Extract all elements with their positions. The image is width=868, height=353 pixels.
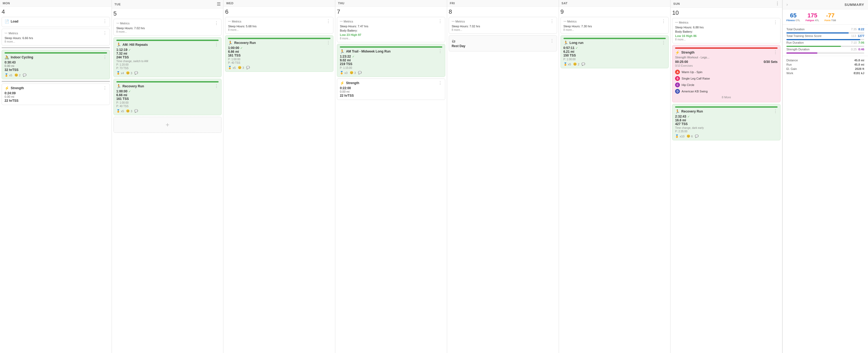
- fri-metrics-menu[interactable]: ⋮: [550, 19, 554, 24]
- sun-emojis: 😊 6: [687, 135, 693, 138]
- wed-recovery-menu[interactable]: ⋮: [326, 41, 331, 45]
- comment-icon-s: 💬: [582, 62, 585, 66]
- mon-strength-dist: 0.00 mi: [4, 95, 107, 98]
- run-icon-wed: 🏃: [228, 41, 232, 45]
- sun-more-exercises[interactable]: 8 More: [675, 94, 778, 100]
- sat-number: 9: [561, 8, 669, 15]
- wed-more[interactable]: 8 more...: [228, 28, 331, 31]
- tue-hill-dist: 7.32 mi: [116, 52, 219, 55]
- thu-sleep: Sleep Hours: 7.47 hrs: [340, 25, 442, 28]
- tue-burger[interactable]: ☰: [217, 2, 221, 7]
- mon-cycling-dist: 0.00 mi: [4, 64, 107, 67]
- mon-metrics-menu[interactable]: ⋮: [103, 31, 107, 35]
- mon-cycling-menu[interactable]: ⋮: [103, 55, 107, 59]
- wed-header: WED: [223, 0, 335, 7]
- sat-likes: 🏅 x5: [563, 62, 571, 66]
- strength-icon-sun: ⚡: [675, 50, 680, 55]
- tue-hill-menu[interactable]: ⋮: [214, 42, 219, 47]
- sun-menu[interactable]: ⋮: [775, 2, 780, 6]
- wed-recovery-dist: 6.66 mi: [228, 50, 331, 54]
- sun-exercise-list: A Warm Up - Spin B Single Leg Calf Raise…: [675, 69, 778, 94]
- form-label: Form TSB: [825, 19, 836, 22]
- sat-abbr: SAT: [562, 2, 568, 5]
- sat-metrics: 〰 Metrics ⋮ Sleep Hours: 7.30 hrs 8 more…: [561, 17, 669, 34]
- sun-recovery-menu[interactable]: ⋮: [773, 109, 778, 114]
- strength-icon-thu: ⚡: [340, 81, 344, 85]
- mon-strength-title: Strength: [11, 86, 24, 90]
- fri-more[interactable]: 8 more...: [452, 28, 554, 31]
- thu-trail-time: 1:23:22: [340, 55, 351, 58]
- sun-strength-bar: [675, 48, 778, 49]
- sun-metrics-menu[interactable]: ⋮: [773, 20, 778, 25]
- comment-icon: 💬: [23, 73, 27, 77]
- sun-header: SUN ⋮: [671, 0, 782, 8]
- thu-battery-label: Body Battery:: [340, 29, 442, 32]
- sat-more[interactable]: 8 more...: [563, 28, 666, 31]
- sun-recovery-title: Recovery Run: [681, 110, 703, 113]
- sat-longrun-dist: 6.21 mi: [563, 50, 666, 54]
- tue-add-card[interactable]: +: [114, 117, 222, 133]
- tue-hill-tss: 244 TSS: [116, 55, 219, 59]
- sun-strength-menu[interactable]: ⋮: [773, 50, 778, 55]
- mon-cycling-card: 🚴 Indoor Cycling ⋮ 0:30:43 0.00 mi 32 hr…: [2, 50, 110, 79]
- fri-header: FRI: [447, 0, 559, 7]
- mon-strength-menu[interactable]: ⋮: [103, 86, 107, 90]
- tue-recovery-footer: 🏅 x5 😊 3 💬: [116, 109, 219, 113]
- wed-recovery-planned: P: 1:00:00: [228, 58, 331, 61]
- detail-elgain-val: 2028 ft: [855, 67, 864, 70]
- tue-recovery-ptss: P: 40 TSS: [116, 105, 219, 108]
- wed-metrics-menu[interactable]: ⋮: [326, 19, 331, 24]
- wed-metrics: 〰 Metrics ⋮ Sleep Hours: 5.68 hrs 8 more…: [225, 17, 333, 34]
- sun-strength-sets: 0/30 Sets: [764, 60, 778, 64]
- mon-cycling-footer: 🏅 x5 😊 2 💬: [4, 73, 107, 77]
- plus-icon: +: [166, 121, 169, 128]
- sat-emojis: 😊 2: [573, 62, 579, 66]
- load-card: 📄 Load ⋮: [2, 17, 110, 27]
- exercise-name-a: Warm Up - Spin: [682, 70, 702, 73]
- wed-sleep: Sleep Hours: 5.68 hrs: [228, 25, 331, 28]
- mon-cycling-duration: 0:30:43: [4, 61, 107, 64]
- detail-distance: Distance 45.8 mi: [786, 58, 864, 62]
- form-value: -77: [825, 12, 836, 19]
- tue-sleep: Sleep Hours: 7.02 hrs: [116, 27, 219, 30]
- thu-metrics-menu[interactable]: ⋮: [438, 19, 442, 24]
- thu-trail-menu[interactable]: ⋮: [438, 49, 442, 54]
- like-icon-sun: 🏅: [675, 135, 679, 138]
- wed-likes: 🏅 x5: [228, 66, 236, 69]
- tue-more[interactable]: 8 more...: [116, 30, 219, 33]
- mon-more[interactable]: 8 more...: [4, 40, 107, 43]
- thu-more[interactable]: 8 more...: [340, 37, 442, 40]
- badge-b: B: [675, 76, 680, 81]
- sat-longrun-footer: 🏅 x5 😊 2 💬: [563, 62, 666, 66]
- thu-strength-menu[interactable]: ⋮: [438, 81, 442, 85]
- tue-recovery-menu[interactable]: ⋮: [214, 84, 219, 88]
- fitness-block: 65 Fitness CTL: [786, 12, 800, 22]
- sun-more[interactable]: 8 more...: [675, 38, 778, 41]
- tue-number: 5: [114, 10, 222, 17]
- sun-recovery-note2: Time change, dark early: [675, 126, 778, 129]
- tue-recovery-title: Recovery Run: [123, 84, 144, 88]
- tue-hill-ptss: P: 73 TSS: [116, 67, 219, 70]
- tue-recovery-dist: 6.66 mi: [116, 93, 219, 97]
- detail-distance-val: 45.8 mi: [855, 59, 864, 62]
- comment-icon-t: 💬: [358, 71, 362, 75]
- mon-abbr: MON: [3, 2, 10, 5]
- summary-chevron[interactable]: ›: [786, 2, 788, 7]
- badge-d: D: [675, 89, 680, 94]
- sat-metrics-menu[interactable]: ⋮: [661, 19, 666, 24]
- fri-column: FRI 8 〰 Metrics ⋮ Sleep Hours: 7.02 hrs …: [447, 0, 559, 353]
- run-icon-sun: 🏃: [675, 109, 680, 114]
- thu-likes: 🏅 x3: [340, 71, 348, 75]
- mon-header: MON: [0, 0, 112, 7]
- tue-metrics-menu[interactable]: ⋮: [214, 21, 219, 25]
- emoji-icon-s: 😊: [573, 62, 577, 66]
- sun-likes: 🏅 x10: [675, 135, 684, 138]
- sun-metrics-title: 〰 Metrics: [675, 21, 688, 24]
- tue-column: TUE ☰ 5 〰 Metrics ⋮ Sleep Hours: 7.02 hr…: [112, 0, 224, 353]
- thu-trail-planned: P: 1:15:00: [340, 66, 442, 69]
- stat-total-duration-value: 7:35 8:22: [851, 28, 864, 31]
- detail-elgain-label: El. Gain: [786, 67, 797, 70]
- load-menu[interactable]: ⋮: [103, 19, 107, 24]
- sat-longrun-menu[interactable]: ⋮: [661, 41, 666, 45]
- fri-rest-menu[interactable]: ⋮: [550, 39, 554, 43]
